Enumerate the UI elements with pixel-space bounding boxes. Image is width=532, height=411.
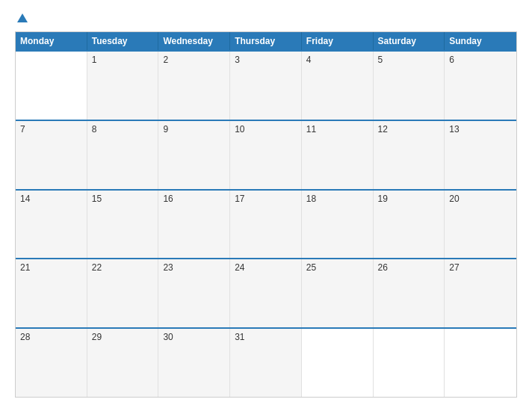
calendar-week-1: 123456 [16,50,516,120]
calendar-header-row: Monday Tuesday Wednesday Thursday Friday… [16,32,516,50]
calendar-cell-w3-d1: 14 [16,191,87,259]
header-saturday: Saturday [374,32,445,50]
day-number: 25 [306,262,316,273]
calendar-cell-w5-d6 [374,329,445,397]
calendar-cell-w3-d7: 20 [445,191,516,259]
day-number: 18 [306,194,316,204]
day-number: 1 [92,55,97,65]
calendar-cell-w1-d3: 2 [158,52,230,120]
calendar-cell-w2-d4: 10 [230,121,302,189]
calendar-cell-w5-d7 [445,329,516,397]
calendar-cell-w5-d4: 31 [230,329,302,397]
day-number: 11 [306,124,316,135]
day-number: 24 [235,262,244,273]
calendar-page: Monday Tuesday Wednesday Thursday Friday… [0,0,532,411]
calendar-cell-w1-d4: 3 [230,52,302,120]
header-thursday: Thursday [230,32,302,50]
day-number: 6 [449,55,454,65]
calendar-week-3: 14151617181920 [16,189,516,259]
calendar-week-2: 78910111213 [16,120,516,189]
day-number: 30 [163,332,173,342]
calendar-cell-w2-d3: 9 [158,121,230,189]
day-number: 2 [163,55,168,65]
day-number: 19 [378,194,388,204]
day-number: 16 [163,194,173,204]
calendar-grid: Monday Tuesday Wednesday Thursday Friday… [15,31,517,398]
calendar-cell-w3-d3: 16 [158,191,230,259]
calendar-cell-w1-d6: 5 [374,52,445,120]
calendar-cell-w4-d7: 27 [445,259,516,327]
calendar-cell-w3-d6: 19 [374,191,445,259]
day-number: 7 [20,124,25,135]
header-sunday: Sunday [445,32,516,50]
day-number: 8 [92,124,97,135]
calendar-cell-w3-d2: 15 [87,191,159,259]
calendar-cell-w1-d2: 1 [87,52,159,120]
calendar-cell-w4-d3: 23 [158,259,230,327]
header-wednesday: Wednesday [158,32,230,50]
day-number: 22 [92,262,102,273]
day-number: 14 [20,194,30,204]
day-number: 15 [92,194,102,204]
day-number: 29 [92,332,102,342]
day-number: 10 [235,124,244,135]
calendar-cell-w1-d1 [16,52,87,120]
calendar-cell-w4-d2: 22 [87,259,159,327]
header-friday: Friday [302,32,374,50]
day-number: 23 [163,262,173,273]
day-number: 3 [235,55,240,65]
calendar-cell-w2-d1: 7 [16,121,87,189]
header [15,13,517,24]
logo-triangle-icon [17,13,28,22]
calendar-cell-w3-d4: 17 [230,191,302,259]
calendar-cell-w5-d5 [302,329,374,397]
calendar-week-5: 28293031 [16,327,516,397]
calendar-cell-w4-d4: 24 [230,259,302,327]
header-tuesday: Tuesday [87,32,159,50]
calendar-cell-w2-d5: 11 [302,121,374,189]
calendar-cell-w4-d5: 25 [302,259,374,327]
header-monday: Monday [16,32,87,50]
day-number: 9 [163,124,168,135]
day-number: 13 [449,124,459,135]
calendar-cell-w2-d2: 8 [87,121,159,189]
calendar-cell-w5-d2: 29 [87,329,159,397]
calendar-cell-w4-d1: 21 [16,259,87,327]
day-number: 20 [449,194,459,204]
day-number: 31 [235,332,244,342]
calendar-cell-w1-d5: 4 [302,52,374,120]
day-number: 27 [449,262,459,273]
day-number: 4 [306,55,312,65]
day-number: 28 [20,332,30,342]
calendar-cell-w1-d7: 6 [445,52,516,120]
calendar-cell-w2-d6: 12 [374,121,445,189]
day-number: 26 [378,262,388,273]
calendar-week-4: 21222324252627 [16,258,516,327]
calendar-cell-w5-d3: 30 [158,329,230,397]
day-number: 5 [378,55,383,65]
day-number: 12 [378,124,388,135]
logo [15,13,28,24]
calendar-cell-w2-d7: 13 [445,121,516,189]
calendar-cell-w4-d6: 26 [374,259,445,327]
day-number: 21 [20,262,30,273]
calendar-cell-w3-d5: 18 [302,191,374,259]
calendar-cell-w5-d1: 28 [16,329,87,397]
day-number: 17 [235,194,244,204]
calendar-body: 1234567891011121314151617181920212223242… [16,50,516,397]
